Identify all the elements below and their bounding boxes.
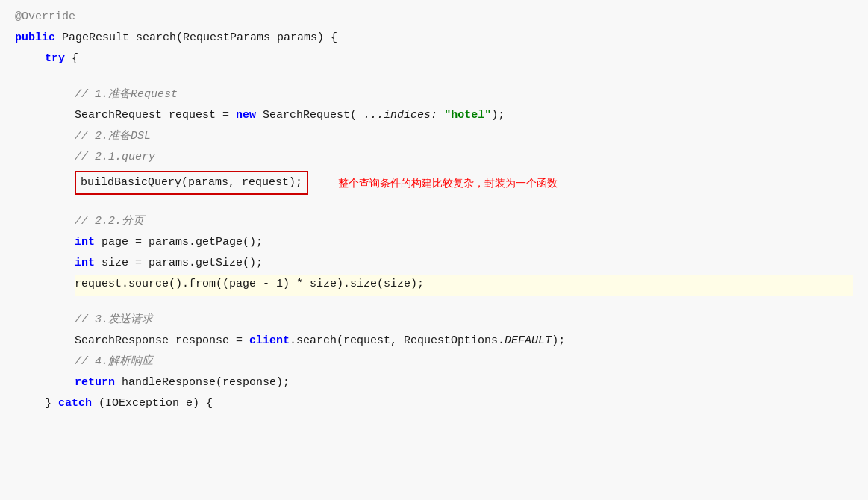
build-query-code: buildBasicQuery(params, request); <box>81 176 302 189</box>
line-comment3: // 2.1.query <box>75 148 853 169</box>
kw-return: return <box>75 374 115 392</box>
line-override: @Override <box>15 7 853 28</box>
response-decl: SearchResponse response = <box>75 332 249 350</box>
search-request-args: SearchRequest( <box>256 107 363 125</box>
source-code: request.source().from((page - 1) * size)… <box>75 275 424 293</box>
annotation-override: @Override <box>15 8 75 26</box>
line-build-query: buildBasicQuery(params, request); 整个查询条件… <box>75 169 853 197</box>
blank-1 <box>15 70 853 85</box>
kw-new: new <box>236 107 256 125</box>
comment-1: // 1.准备Request <box>75 86 178 104</box>
line-comment5: // 3.发送请求 <box>75 310 853 331</box>
line-return: return handleResponse(response); <box>75 373 853 394</box>
blank-3 <box>15 296 853 310</box>
kw-try: try <box>45 50 65 68</box>
kw-int-page: int <box>75 234 95 251</box>
catch-args: (IOException e) { <box>92 395 213 413</box>
comment-2: // 2.准备DSL <box>75 128 151 146</box>
comment-4: // 2.2.分页 <box>75 213 144 231</box>
try-brace: { <box>65 50 78 68</box>
line-comment6: // 4.解析响应 <box>75 352 853 373</box>
kw-int-size: int <box>75 254 95 272</box>
kw-catch: catch <box>58 395 92 413</box>
query-annotation: 整个查询条件的构建比较复杂，封装为一个函数 <box>338 175 558 191</box>
line-comment2: // 2.准备DSL <box>75 127 853 148</box>
kw-public: public <box>15 29 55 47</box>
comment-3: // 2.1.query <box>75 149 155 166</box>
line-search-request: SearchRequest request = new SearchReques… <box>75 106 853 127</box>
search-request-type: SearchRequest request = <box>75 107 236 125</box>
line-int-page: int page = params.getPage(); <box>75 233 853 254</box>
line-comment4: // 2.2.分页 <box>75 212 853 233</box>
close-paren: ); <box>491 107 505 125</box>
search-close: ); <box>552 332 565 350</box>
close-brace: } <box>45 395 58 413</box>
indices-label: ...indices: <box>363 107 444 125</box>
comment-5: // 3.发送请求 <box>75 311 153 329</box>
page-code: page = params.getPage(); <box>95 234 263 251</box>
line-method-sig: public PageResult search(RequestParams p… <box>15 28 853 49</box>
handle-response: handleResponse(response); <box>115 374 290 392</box>
line-catch: } catch (IOException e) { <box>45 394 853 415</box>
blank-2 <box>15 197 853 212</box>
line-comment1: // 1.准备Request <box>75 85 853 106</box>
hotel-string: "hotel" <box>444 107 491 125</box>
line-request-source: request.source().from((page - 1) * size)… <box>75 275 853 296</box>
kw-client: client <box>249 332 290 350</box>
line-try: try { <box>45 49 853 70</box>
line-search-response: SearchResponse response = client .search… <box>75 331 853 352</box>
line-int-size: int size = params.getSize(); <box>75 254 853 275</box>
comment-6: // 4.解析响应 <box>75 353 153 371</box>
size-code: size = params.getSize(); <box>95 254 263 272</box>
default-field: DEFAULT <box>505 332 552 350</box>
build-query-box: buildBasicQuery(params, request); <box>75 171 308 195</box>
code-editor: @Override public PageResult search(Reque… <box>0 0 868 500</box>
method-return: PageResult search(RequestParams params) … <box>55 29 337 47</box>
search-call: .search(request, RequestOptions. <box>290 332 505 350</box>
